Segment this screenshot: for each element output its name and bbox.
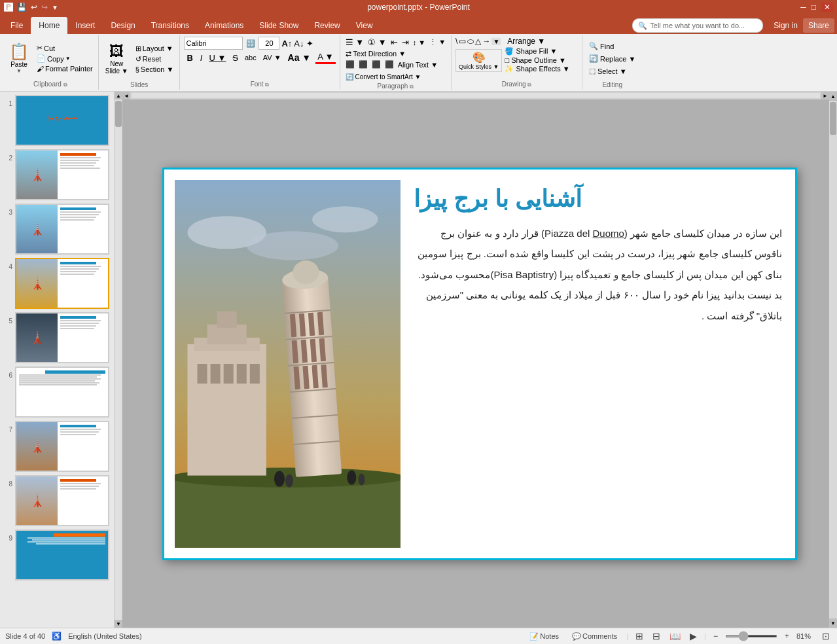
slide-panel-scrollbar-thumb[interactable] xyxy=(115,101,122,127)
shape-outline-button[interactable]: □ Shape Outline ▼ xyxy=(505,56,569,64)
format-painter-button[interactable]: 🖌 Format Painter xyxy=(34,64,96,73)
slide-thumb-2[interactable]: 2 🗼 xyxy=(4,149,110,201)
paste-button[interactable]: 📋 Paste ▼ xyxy=(5,39,33,77)
zoom-slider[interactable] xyxy=(725,635,777,637)
line-spacing-button[interactable]: ↕ ▼ xyxy=(412,38,427,47)
shape-rect-icon[interactable]: ▭ xyxy=(459,37,466,46)
new-slide-button[interactable]: 🖼 New Slide ▼ xyxy=(103,42,131,76)
zoom-out-button[interactable]: − xyxy=(711,631,720,641)
italic-button[interactable]: I xyxy=(198,52,205,63)
slide-thumb-1[interactable]: 1 معماری برج پیزا ‎‎‎‎‎‎‎‎‎‎‎‎‎‎‎‎‎‎‎‎‎‎… xyxy=(4,94,110,147)
tab-transitions[interactable]: Transitions xyxy=(143,17,197,34)
layout-button[interactable]: ⊞ Layout ▼ xyxy=(134,44,176,54)
tab-view[interactable]: View xyxy=(348,17,381,34)
text-direction-button[interactable]: ⇄ Text Direction ▼ xyxy=(344,49,407,59)
shape-oval-icon[interactable]: ⬭ xyxy=(467,37,474,46)
reset-button[interactable]: ↺ Reset xyxy=(134,54,176,64)
numbering-button[interactable]: ① ▼ xyxy=(366,37,387,48)
slide-panel-scroll-up[interactable]: ▲ xyxy=(115,92,122,99)
comments-button[interactable]: 💬 Comments xyxy=(568,631,621,642)
maximize-button[interactable]: □ xyxy=(811,3,816,12)
normal-view-button[interactable]: ⊞ xyxy=(633,630,645,642)
canvas-scroll-up-button[interactable]: ▲ xyxy=(829,92,837,101)
align-right-button[interactable]: ⬛ xyxy=(370,60,382,69)
slide-sorter-button[interactable]: ⊟ xyxy=(650,630,662,642)
undo-icon[interactable]: ↩ xyxy=(31,3,37,12)
tab-review[interactable]: Review xyxy=(306,17,347,34)
redo-icon[interactable]: ↪ xyxy=(41,3,48,12)
quick-styles-button[interactable]: 🎨 Quick Styles ▼ xyxy=(455,49,502,72)
underline-button[interactable]: U ▼ xyxy=(207,52,228,63)
font-color-button[interactable]: A ▼ xyxy=(315,51,335,64)
font-size-input[interactable] xyxy=(258,37,279,50)
find-button[interactable]: 🔍 Find xyxy=(586,41,638,52)
zoom-in-button[interactable]: + xyxy=(783,631,791,641)
tab-home[interactable]: Home xyxy=(31,17,67,34)
font-size-btn2[interactable]: Aa ▼ xyxy=(286,52,313,63)
tab-insert[interactable]: Insert xyxy=(67,17,103,34)
tab-design[interactable]: Design xyxy=(103,17,143,34)
minimize-button[interactable]: ─ xyxy=(800,3,806,12)
slide-thumb-3[interactable]: 3 🗼 xyxy=(4,203,110,255)
slideshow-button[interactable]: ▶ xyxy=(688,630,699,642)
canvas-scroll-left[interactable]: ◄ xyxy=(122,92,130,99)
copy-button[interactable]: 📄 Copy ▼ xyxy=(34,54,96,63)
shape-effects-button[interactable]: ✨ Shape Effects ▼ xyxy=(505,65,569,73)
canvas-scrollbar-thumb[interactable] xyxy=(830,102,836,135)
slide-thumb-7[interactable]: 7 🗼 xyxy=(4,420,110,473)
decrease-font-icon[interactable]: A↓ xyxy=(294,39,304,48)
customize-icon[interactable]: ▼ xyxy=(52,4,58,11)
columns-button[interactable]: ⋮ ▼ xyxy=(428,37,447,47)
clear-format-icon[interactable]: ✦ xyxy=(306,39,313,48)
section-button[interactable]: § Section ▼ xyxy=(134,65,176,74)
close-button[interactable]: ✕ xyxy=(821,3,833,12)
shape-arrow-icon[interactable]: → xyxy=(482,37,490,46)
shape-fill-button[interactable]: 🪣 Shape Fill ▼ xyxy=(505,47,569,56)
slide-thumb-6[interactable]: 6 xyxy=(4,366,110,418)
slide-thumb-9[interactable]: 9 xyxy=(4,529,110,581)
tab-file[interactable]: File xyxy=(3,17,31,34)
slide-main[interactable]: آشنایی با برج پیزا این سازه در میدان کلی… xyxy=(162,168,797,560)
strikethrough-button[interactable]: S xyxy=(230,52,240,63)
canvas-scroll-right[interactable]: ► xyxy=(821,92,829,99)
share-button[interactable]: Share xyxy=(803,18,834,33)
char-spacing-button[interactable]: AV ▼ xyxy=(261,53,283,62)
replace-button[interactable]: 🔄 Replace ▼ xyxy=(586,53,638,64)
shape-triangle-icon[interactable]: △ xyxy=(475,37,481,46)
font-name-input[interactable] xyxy=(184,37,243,50)
align-center-button[interactable]: ⬛ xyxy=(357,60,369,69)
notes-button[interactable]: 📝 Notes xyxy=(525,631,563,642)
tell-me-box[interactable]: 🔍 Tell me what you want to do... xyxy=(632,18,763,33)
bullets-button[interactable]: ☰ ▼ xyxy=(344,37,365,48)
fit-slide-button[interactable]: ⊡ xyxy=(820,630,832,642)
slide-thumb-4[interactable]: 4 🗼 xyxy=(4,257,110,310)
language-indicator[interactable]: English (United States) xyxy=(68,632,142,640)
slide-panel-scroll-down[interactable]: ▼ xyxy=(115,620,122,628)
accessibility-icon[interactable]: ♿ xyxy=(52,632,62,641)
tab-slideshow[interactable]: Slide Show xyxy=(251,17,306,34)
shapes-dropdown[interactable]: ▼ xyxy=(491,38,501,45)
canvas-scroll-down-button[interactable]: ▼ xyxy=(829,618,837,628)
align-left-button[interactable]: ⬛ xyxy=(344,60,356,69)
save-icon[interactable]: 💾 xyxy=(17,3,27,12)
text-shadow-button[interactable]: abc xyxy=(243,53,258,62)
signin-button[interactable]: Sign in xyxy=(768,17,803,34)
increase-indent-button[interactable]: ⇥ xyxy=(401,37,410,48)
bold-button[interactable]: B xyxy=(184,52,195,64)
slide-thumb-8[interactable]: 8 🗼 xyxy=(4,474,110,527)
slide-thumb-5[interactable]: 5 🗼 xyxy=(4,312,110,364)
align-text-button[interactable]: Align Text ▼ xyxy=(397,60,439,69)
increase-font-icon[interactable]: A↑ xyxy=(281,39,292,48)
tab-animations[interactable]: Animations xyxy=(197,17,251,34)
reading-view-button[interactable]: 📖 xyxy=(668,630,683,642)
select-button[interactable]: ⬚ Select ▼ xyxy=(586,65,638,77)
slide-text-area[interactable]: آشنایی با برج پیزا این سازه در میدان کلی… xyxy=(411,180,785,548)
shape-line-icon[interactable]: \ xyxy=(455,37,457,46)
cut-button[interactable]: ✂ Cut xyxy=(34,43,96,53)
justify-button[interactable]: ⬛ xyxy=(383,60,395,69)
convert-smartart-button[interactable]: 🔄 Convert to SmartArt ▼ xyxy=(344,73,423,81)
decrease-indent-button[interactable]: ⇤ xyxy=(389,37,399,48)
zoom-level[interactable]: 81% xyxy=(796,632,815,640)
arrange-button[interactable]: Arrange ▼ xyxy=(505,37,548,46)
font-size-decrease-icon[interactable]: 🔡 xyxy=(245,39,257,48)
